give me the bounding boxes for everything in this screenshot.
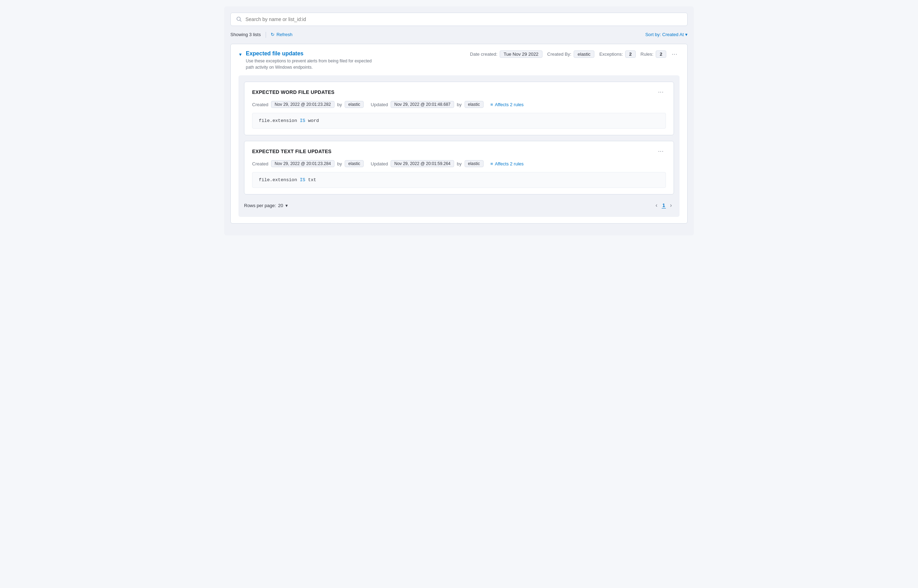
updated-by: elastic bbox=[465, 101, 484, 108]
affects-label-2: Affects 2 rules bbox=[495, 161, 523, 166]
exception-actions-button-2[interactable]: ··· bbox=[656, 147, 666, 155]
affects-rules-button-2[interactable]: ≡ Affects 2 rules bbox=[491, 161, 524, 166]
code-operator-2: IS bbox=[300, 177, 308, 183]
created-by-item: Created By: elastic bbox=[547, 50, 595, 58]
expand-chevron-button[interactable]: ▾ bbox=[238, 51, 242, 58]
created-by-label: by bbox=[337, 102, 342, 107]
date-created-label: Date created: bbox=[470, 52, 497, 57]
updated-by-label: by bbox=[457, 102, 462, 107]
created-date: Nov 29, 2022 @ 20:01:23.282 bbox=[271, 101, 334, 108]
code-field: file.extension bbox=[259, 118, 297, 123]
created-by: elastic bbox=[345, 101, 364, 108]
toolbar-row: Showing 3 lists | ↻ Refresh Sort by: Cre… bbox=[230, 31, 688, 38]
exception-card: EXPECTED TEXT FILE UPDATES ··· Created N… bbox=[244, 141, 674, 194]
exception-code-block-2: file.extension IS txt bbox=[252, 172, 666, 188]
sort-button[interactable]: Sort by: Created At ▾ bbox=[645, 32, 688, 37]
rules-item: Rules: 2 bbox=[641, 50, 666, 58]
exception-title: EXPECTED TEXT FILE UPDATES bbox=[252, 149, 331, 154]
list-card: ▾ Expected file updates Use these except… bbox=[230, 44, 688, 224]
list-meta: Date created: Tue Nov 29 2022 Created By… bbox=[470, 50, 666, 58]
pagination-row: Rows per page: 20 ▾ ‹ 1 › bbox=[244, 200, 674, 211]
date-created-value: Tue Nov 29 2022 bbox=[500, 50, 542, 58]
created-by-value: elastic bbox=[574, 50, 594, 58]
expanded-area: EXPECTED WORD FILE UPDATES ··· Created N… bbox=[238, 75, 680, 217]
exception-code-block: file.extension IS word bbox=[252, 113, 666, 129]
prev-page-button[interactable]: ‹ bbox=[654, 202, 660, 209]
rules-label: Rules: bbox=[641, 52, 654, 57]
rows-per-page-value: 20 bbox=[278, 203, 283, 208]
updated-label: Updated bbox=[371, 102, 388, 107]
date-created-item: Date created: Tue Nov 29 2022 bbox=[470, 50, 542, 58]
exception-meta-row-2: Created Nov 29, 2022 @ 20:01:23.284 by e… bbox=[252, 160, 666, 167]
exceptions-item: Exceptions: 2 bbox=[599, 50, 635, 58]
toolbar-left: Showing 3 lists | ↻ Refresh bbox=[230, 31, 293, 38]
chevron-down-icon: ▾ bbox=[685, 32, 688, 37]
toolbar-divider: | bbox=[265, 31, 267, 38]
affects-label: Affects 2 rules bbox=[495, 102, 523, 107]
updated-by-label-2: by bbox=[457, 161, 462, 166]
pagination-controls: ‹ 1 › bbox=[654, 202, 674, 209]
exceptions-label: Exceptions: bbox=[599, 52, 623, 57]
rows-chevron-icon: ▾ bbox=[285, 203, 288, 208]
exception-card: EXPECTED WORD FILE UPDATES ··· Created N… bbox=[244, 82, 674, 135]
exception-header: EXPECTED TEXT FILE UPDATES ··· bbox=[252, 147, 666, 155]
list-header: ▾ Expected file updates Use these except… bbox=[238, 50, 680, 70]
list-description: Use these exceptions to prevent alerts f… bbox=[246, 58, 379, 70]
page-wrapper: Showing 3 lists | ↻ Refresh Sort by: Cre… bbox=[224, 6, 694, 236]
next-page-button[interactable]: › bbox=[668, 202, 674, 209]
code-value-2: txt bbox=[308, 177, 316, 183]
created-date-2: Nov 29, 2022 @ 20:01:23.284 bbox=[271, 160, 334, 167]
updated-label-2: Updated bbox=[371, 161, 388, 166]
created-by-label-2: by bbox=[337, 161, 342, 166]
code-operator: IS bbox=[300, 118, 308, 123]
exception-title: EXPECTED WORD FILE UPDATES bbox=[252, 89, 335, 95]
sort-control: Sort by: Created At ▾ bbox=[645, 32, 688, 37]
exception-meta-row: Created Nov 29, 2022 @ 20:01:23.282 by e… bbox=[252, 101, 666, 108]
list-title[interactable]: Expected file updates bbox=[246, 50, 466, 57]
current-page[interactable]: 1 bbox=[662, 202, 666, 208]
updated-date-2: Nov 29, 2022 @ 20:01:59.264 bbox=[391, 160, 454, 167]
refresh-icon: ↻ bbox=[271, 32, 275, 37]
rules-count: 2 bbox=[656, 50, 666, 58]
exceptions-count: 2 bbox=[625, 50, 635, 58]
code-field-2: file.extension bbox=[259, 177, 297, 183]
exception-actions-button[interactable]: ··· bbox=[656, 88, 666, 96]
updated-date: Nov 29, 2022 @ 20:01:48.687 bbox=[391, 101, 454, 108]
updated-by-2: elastic bbox=[465, 160, 484, 167]
search-input[interactable] bbox=[246, 16, 682, 22]
exception-header: EXPECTED WORD FILE UPDATES ··· bbox=[252, 88, 666, 96]
list-title-block: Expected file updates Use these exceptio… bbox=[246, 50, 466, 70]
showing-count: Showing 3 lists bbox=[230, 32, 261, 37]
rows-per-page-selector[interactable]: Rows per page: 20 ▾ bbox=[244, 203, 288, 208]
created-by-label: Created By: bbox=[547, 52, 572, 57]
created-label: Created bbox=[252, 102, 268, 107]
list-icon-2: ≡ bbox=[491, 161, 493, 166]
list-icon: ≡ bbox=[491, 102, 493, 107]
code-value: word bbox=[308, 118, 319, 123]
svg-line-1 bbox=[240, 20, 241, 22]
refresh-button[interactable]: ↻ Refresh bbox=[271, 32, 293, 37]
affects-rules-button-1[interactable]: ≡ Affects 2 rules bbox=[491, 102, 524, 107]
search-icon bbox=[236, 16, 242, 22]
created-label-2: Created bbox=[252, 161, 268, 166]
search-bar bbox=[230, 13, 688, 26]
rows-per-page-label: Rows per page: bbox=[244, 203, 276, 208]
list-actions-button[interactable]: ··· bbox=[670, 50, 680, 58]
chevron-icon: ▾ bbox=[239, 52, 241, 57]
created-by-2: elastic bbox=[345, 160, 364, 167]
